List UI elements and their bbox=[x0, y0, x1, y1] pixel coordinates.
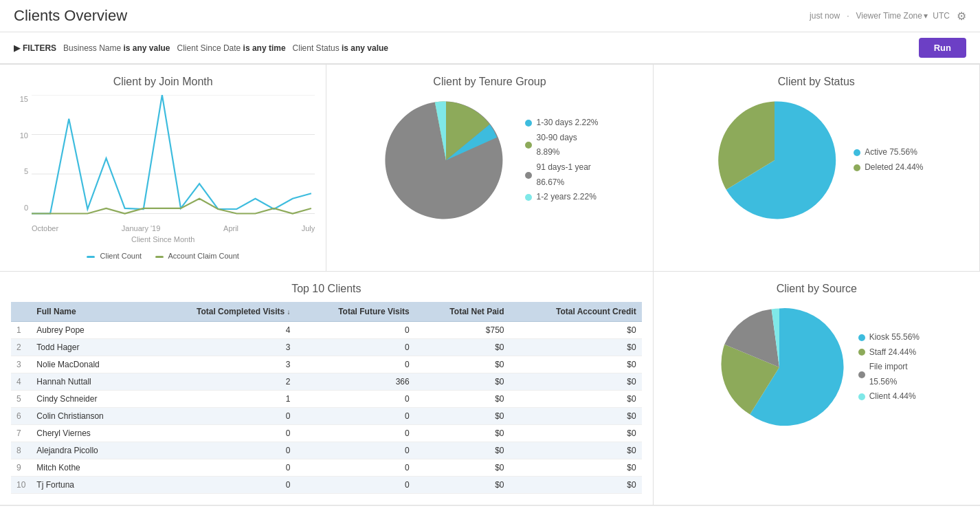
row-completed: 0 bbox=[144, 442, 296, 459]
row-future: 0 bbox=[296, 408, 415, 425]
row-accountcredit: $0 bbox=[509, 425, 641, 442]
row-name: Nolie MacDonald bbox=[31, 356, 144, 373]
legend-item-1-30: 1-30 days 2.22% bbox=[525, 116, 598, 131]
row-netpaid: $0 bbox=[415, 442, 510, 459]
row-completed: 3 bbox=[144, 339, 296, 356]
join-month-legend: Client Count Account Claim Count bbox=[11, 252, 315, 260]
row-future: 0 bbox=[296, 442, 415, 459]
table-row: 10 Tj Fortuna 0 0 $0 $0 bbox=[11, 477, 642, 494]
table-row: 5 Cindy Schneider 1 0 $0 $0 bbox=[11, 391, 642, 408]
row-name: Tj Fortuna bbox=[31, 477, 144, 494]
source-legend: Kiosk 55.56% Staff 24.44% File import15.… bbox=[858, 330, 920, 404]
row-netpaid: $0 bbox=[415, 459, 510, 477]
join-month-title: Client by Join Month bbox=[11, 76, 315, 88]
row-num: 1 bbox=[11, 322, 31, 339]
x-label-jan: January '19 bbox=[122, 224, 161, 232]
top10-title: Top 10 Clients bbox=[11, 283, 642, 295]
y-label-0: 0 bbox=[11, 204, 28, 212]
col-future-header[interactable]: Total Future Visits bbox=[296, 302, 415, 322]
tenure-title: Client by Tenure Group bbox=[337, 76, 641, 88]
row-num: 10 bbox=[11, 477, 31, 494]
table-row: 9 Mitch Kothe 0 0 $0 $0 bbox=[11, 459, 642, 477]
label-active: Active 75.56% bbox=[865, 145, 917, 160]
label-kiosk: Kiosk 55.56% bbox=[869, 330, 920, 345]
filter-client-since[interactable]: Client Since Date is any time bbox=[177, 43, 286, 53]
row-num: 9 bbox=[11, 459, 31, 477]
row-future: 0 bbox=[296, 339, 415, 356]
table-row: 7 Cheryl Viernes 0 0 $0 $0 bbox=[11, 425, 642, 442]
label-1-2yr: 1-2 years 2.22% bbox=[536, 190, 596, 205]
row-netpaid: $0 bbox=[415, 356, 510, 373]
y-label-10: 10 bbox=[11, 131, 28, 140]
row-future: 366 bbox=[296, 373, 415, 391]
row-completed: 2 bbox=[144, 373, 296, 391]
label-30-90: 30-90 days8.89% bbox=[536, 131, 577, 160]
row-num: 7 bbox=[11, 425, 31, 442]
col-fullname-header[interactable]: Full Name bbox=[31, 302, 144, 322]
x-label-jul: July bbox=[302, 224, 315, 232]
row-accountcredit: $0 bbox=[509, 477, 641, 494]
filter-client-status[interactable]: Client Status is any value bbox=[293, 43, 388, 53]
row-accountcredit: $0 bbox=[509, 339, 641, 356]
legend-item-client: Client 4.44% bbox=[858, 389, 920, 404]
dot-1-2yr bbox=[525, 194, 532, 201]
timestamp-separator: · bbox=[847, 11, 849, 21]
timestamp: just now bbox=[810, 11, 840, 21]
run-button[interactable]: Run bbox=[919, 38, 966, 58]
legend-dot-client bbox=[87, 256, 95, 258]
row-name: Cindy Schneider bbox=[31, 391, 144, 408]
row-num: 6 bbox=[11, 408, 31, 425]
row-accountcredit: $0 bbox=[509, 459, 641, 477]
filter-business-name[interactable]: Business Name is any value bbox=[63, 43, 170, 53]
gear-icon[interactable]: ⚙ bbox=[957, 10, 966, 23]
col-completed-header[interactable]: Total Completed Visits ↓ bbox=[144, 302, 296, 322]
legend-item-active: Active 75.56% bbox=[854, 145, 923, 160]
filters-label[interactable]: ▶ FILTERS bbox=[14, 43, 56, 53]
row-accountcredit: $0 bbox=[509, 356, 641, 373]
row-netpaid: $0 bbox=[415, 477, 510, 494]
dot-30-90 bbox=[525, 142, 532, 149]
dashboard: Client by Join Month 15 10 5 0 bbox=[0, 64, 980, 505]
row-future: 0 bbox=[296, 459, 415, 477]
tenure-legend: 1-30 days 2.22% 30-90 days8.89% 91 days-… bbox=[525, 116, 598, 205]
dot-91-1yr bbox=[525, 172, 532, 179]
row-completed: 0 bbox=[144, 425, 296, 442]
label-1-30: 1-30 days 2.22% bbox=[536, 116, 598, 131]
y-label-5: 5 bbox=[11, 167, 28, 175]
col-netpaid-header[interactable]: Total Net Paid bbox=[415, 302, 510, 322]
row-future: 0 bbox=[296, 356, 415, 373]
top10-table: Full Name Total Completed Visits ↓ Total… bbox=[11, 302, 642, 494]
row-num: 2 bbox=[11, 339, 31, 356]
timezone-value: UTC bbox=[933, 11, 950, 21]
panel-tenure: Client by Tenure Group 1-30 days 2.22% bbox=[326, 65, 653, 272]
dot-kiosk bbox=[858, 334, 865, 341]
legend-label-client: Client Count bbox=[100, 252, 142, 260]
y-axis-labels: 15 10 5 0 bbox=[11, 95, 28, 212]
table-row: 1 Aubrey Pope 4 0 $750 $0 bbox=[11, 322, 642, 339]
panel-status: Client by Status Active 75.56% Deleted 2… bbox=[654, 65, 980, 272]
panel-source: Client by Source Kiosk 55.56% Sta bbox=[654, 272, 980, 505]
row-accountcredit: $0 bbox=[509, 408, 641, 425]
source-pie-svg bbox=[714, 302, 845, 433]
col-accountcredit-header[interactable]: Total Account Credit bbox=[509, 302, 641, 322]
row-completed: 0 bbox=[144, 459, 296, 477]
row-num: 8 bbox=[11, 442, 31, 459]
row-accountcredit: $0 bbox=[509, 442, 641, 459]
col-num-header bbox=[11, 302, 31, 322]
row-accountcredit: $0 bbox=[509, 373, 641, 391]
row-netpaid: $0 bbox=[415, 425, 510, 442]
timezone-selector[interactable]: Viewer Time Zone ▾ UTC bbox=[856, 11, 950, 21]
legend-item-91-1yr: 91 days-1 year86.67% bbox=[525, 160, 598, 190]
legend-item-30-90: 30-90 days8.89% bbox=[525, 131, 598, 160]
row-num: 4 bbox=[11, 373, 31, 391]
x-label-oct: October bbox=[32, 224, 58, 232]
row-name: Todd Hager bbox=[31, 339, 144, 356]
legend-label-account: Account Claim Count bbox=[168, 252, 239, 260]
row-future: 0 bbox=[296, 322, 415, 339]
table-row: 3 Nolie MacDonald 3 0 $0 $0 bbox=[11, 356, 642, 373]
status-title: Client by Status bbox=[665, 76, 968, 88]
dot-deleted bbox=[854, 164, 860, 171]
row-num: 5 bbox=[11, 391, 31, 408]
line-chart-wrap: 15 10 5 0 October bbox=[11, 95, 315, 232]
dot-fileimport bbox=[858, 371, 865, 378]
